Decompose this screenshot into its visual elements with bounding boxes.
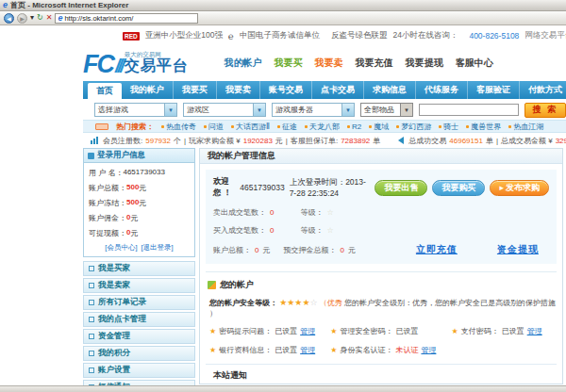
hot-link[interactable]: 梦幻西游	[396, 122, 431, 132]
hot-link[interactable]: R2	[347, 122, 361, 131]
logo-fc-mark: FC	[83, 53, 113, 75]
hot-link-label: 梦幻西游	[401, 122, 431, 132]
zone-select-value: 游戏区	[187, 105, 209, 115]
sidebar-menu: 我是买家 我是卖家 所有订单记录 我的点卡管理 资金管理 我的积分 账户设置 短…	[83, 261, 195, 392]
sidebar: 登录用户信息 用 户 名： 4651739033 账户总额： 500 元 账户冻…	[83, 148, 195, 392]
chevron-down-icon: ▼	[253, 104, 265, 116]
game-select[interactable]: 选择游戏 ▼	[94, 103, 177, 117]
bullet-icon	[231, 125, 234, 128]
nav-my-account[interactable]: 我的帐户	[225, 57, 262, 70]
withdrawable-unit: 元	[130, 228, 138, 238]
account-nav: 我的帐户 我要买 我要卖 我要充值 我要提现 客服中心	[225, 57, 493, 70]
logo-title: 交易平台	[125, 57, 189, 74]
hot-link[interactable]: 魔域	[369, 122, 389, 132]
hot-link[interactable]: 大话西游Ⅱ	[231, 122, 270, 132]
logo-slashes-icon: ///	[115, 57, 123, 75]
sell-button[interactable]: 我要出售	[375, 180, 427, 196]
username-value: 4651739033	[123, 168, 165, 178]
tab-service-verify[interactable]: 客服验证	[468, 81, 520, 99]
link-logout[interactable]: [退出登录]	[142, 243, 174, 253]
frozen-label: 账户冻结：	[89, 198, 126, 208]
level-star-icon: ☆	[326, 208, 333, 217]
sidebar-item-points[interactable]: 我的积分	[83, 346, 195, 361]
buy-value: 1920283	[243, 137, 273, 145]
bought-count-label: 买入成交笔数：	[213, 225, 266, 236]
folder-icon	[89, 368, 94, 373]
tab-buy[interactable]: 我要买	[174, 81, 217, 99]
nav-recharge[interactable]: 我要充值	[356, 57, 393, 70]
nav-want-sell[interactable]: 我要卖	[315, 57, 343, 70]
search-button[interactable]: 搜 索	[524, 103, 566, 118]
manage-link[interactable]: 管理	[421, 345, 436, 355]
hot-link[interactable]: 征途	[277, 122, 297, 132]
frozen-unit: 元	[139, 198, 146, 208]
hot-link[interactable]: 热血江湖	[508, 122, 543, 132]
star-icon: ★	[451, 327, 458, 335]
commission-label: 账户佣金：	[89, 213, 126, 223]
hot-link[interactable]: 骑士	[439, 122, 458, 132]
certification-strip: RED 亚洲中小型企业100强 ℮ 中国电子商务诚信单位 反盗号绿色联盟 24小…	[123, 26, 566, 45]
hot-search-row: 热门搜索： 热血传奇 问道 大话西游Ⅱ 征途 天龙八部 R2 魔域 梦幻西游 骑…	[83, 120, 566, 133]
balance-label: 账户总额：	[89, 183, 126, 193]
history-dropdown-icon[interactable]: ▾	[30, 14, 34, 22]
url-field[interactable]: e http://sls.oktarint.com/	[55, 13, 198, 24]
tab-home[interactable]: 首页	[88, 83, 122, 99]
post-wanted-button[interactable]: ▸发布求购	[490, 180, 549, 196]
stop-icon[interactable]: ✕	[46, 14, 53, 22]
tab-my-account[interactable]: 我的帐户	[122, 81, 174, 99]
stats-row: 会员注册数: 597932 个 | 玩家求购金额 ¥ 1920283 元 | 客…	[83, 134, 566, 147]
notice-marquee: 网络交易平台提醒您 请不要在游戏中	[524, 30, 566, 41]
hot-link[interactable]: 问道	[204, 122, 224, 132]
withdrawable-label: 可提现额：	[89, 228, 126, 238]
forward-button[interactable]: ▶	[17, 13, 27, 24]
manage-link[interactable]: 管理	[300, 345, 315, 355]
login-info-box: 登录用户信息 用 户 名： 4651739033 账户总额： 500 元 账户冻…	[83, 148, 195, 257]
tab-payment-methods[interactable]: 付款方式	[520, 81, 566, 99]
tab-sell[interactable]: 我要卖	[217, 81, 260, 99]
separator: |	[286, 137, 288, 145]
security-item-label: 管理安全密码：	[340, 326, 392, 336]
sidebar-item-funds[interactable]: 资金管理	[83, 329, 195, 344]
star-icon: ★	[330, 327, 337, 335]
security-item-bank-info: ★ 银行资料信息：已设置 管理	[209, 345, 330, 355]
sidebar-item-buyer[interactable]: 我是买家	[83, 261, 195, 276]
recharge-link[interactable]: 立即充值	[416, 243, 458, 256]
server-select[interactable]: 游戏服务器 ▼	[272, 103, 355, 117]
separator: |	[496, 137, 498, 145]
tab-account-trade[interactable]: 账号交易	[260, 81, 312, 99]
star-icon: ★	[209, 327, 216, 335]
tab-wanted-info[interactable]: 求购信息	[364, 81, 416, 99]
tab-leveling-service[interactable]: 代练服务	[416, 81, 468, 99]
hot-link[interactable]: 热血传奇	[161, 122, 196, 132]
item-select[interactable]: 全部物品 ▼	[360, 103, 413, 117]
sidebar-item-seller[interactable]: 我是卖家	[83, 278, 195, 293]
nav-want-buy[interactable]: 我要买	[275, 57, 303, 70]
balance-unit: 元	[139, 183, 146, 193]
tab-card-trade[interactable]: 点卡交易	[312, 81, 364, 99]
buy-button[interactable]: 我要购买	[432, 180, 485, 196]
nav-withdraw[interactable]: 我要提现	[406, 57, 443, 70]
badge-asia-top100: 亚洲中小型企业100强	[145, 30, 223, 41]
chart-bars-icon	[91, 137, 98, 144]
bullet-icon	[369, 125, 372, 128]
search-input[interactable]	[419, 104, 519, 116]
level-label: 等级：	[300, 207, 323, 218]
level-star-icon: ☆	[326, 226, 333, 235]
manage-link[interactable]: 管理	[527, 326, 542, 336]
sidebar-item-settings[interactable]: 账户设置	[83, 363, 195, 378]
manage-link[interactable]: 管理	[300, 326, 315, 336]
hot-link[interactable]: 天龙八部	[305, 122, 340, 132]
zone-select[interactable]: 游戏区 ▼	[183, 103, 266, 117]
nav-service-center[interactable]: 客服中心	[456, 57, 493, 70]
site-logo[interactable]: FC /// 最大的交易网 交易平台	[83, 51, 189, 75]
page-icon: e	[58, 14, 62, 23]
sidebar-item-label: 我的点卡管理	[98, 314, 146, 325]
link-member-center[interactable]: [会员中心]	[105, 243, 137, 253]
back-button[interactable]: ◀	[4, 13, 14, 24]
hot-link[interactable]: 魔兽世界	[466, 122, 501, 132]
withdraw-link[interactable]: 资金提现	[497, 243, 539, 256]
bullet-icon	[466, 125, 469, 128]
refresh-icon[interactable]: ↻	[37, 14, 43, 22]
sidebar-item-card-management[interactable]: 我的点卡管理	[83, 312, 195, 327]
sidebar-item-orders[interactable]: 所有订单记录	[83, 295, 195, 310]
